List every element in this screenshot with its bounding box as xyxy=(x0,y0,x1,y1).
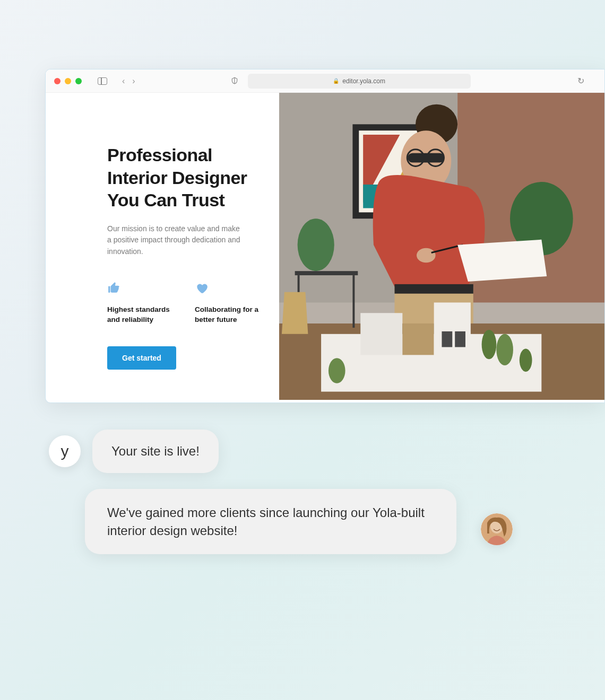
svg-point-31 xyxy=(496,334,513,365)
sidebar-toggle-icon[interactable] xyxy=(98,77,107,85)
browser-window: ‹ › 🔒 editor.yola.com ↻ Professional Int… xyxy=(45,69,605,403)
svg-marker-21 xyxy=(457,240,547,282)
svg-rect-24 xyxy=(360,313,402,355)
feature-item: Collaborating for a better future xyxy=(195,281,259,325)
lock-icon: 🔒 xyxy=(333,78,339,84)
address-bar[interactable]: 🔒 editor.yola.com xyxy=(248,74,471,89)
chat-bubble: Your site is live! xyxy=(92,430,219,473)
heart-icon xyxy=(195,281,209,295)
svg-rect-13 xyxy=(408,153,444,163)
page-content: Professional Interior Designer You Can T… xyxy=(46,93,604,402)
svg-rect-17 xyxy=(395,284,473,294)
chat-message-text: We've gained more clients since launchin… xyxy=(107,505,425,538)
minimize-icon[interactable] xyxy=(65,78,71,84)
svg-point-30 xyxy=(482,330,497,359)
feature-item: Highest standards and reliability xyxy=(107,281,171,325)
hero-subtitle: Our mission is to create value and make … xyxy=(107,223,245,258)
chat-row: y Your site is live! xyxy=(49,430,219,473)
hero-title: Professional Interior Designer You Can T… xyxy=(107,144,259,212)
traffic-lights xyxy=(54,78,82,84)
hero-image xyxy=(279,93,604,402)
maximize-icon[interactable] xyxy=(75,78,82,84)
privacy-shield-icon[interactable] xyxy=(231,77,238,85)
svg-rect-25 xyxy=(402,323,434,355)
designer-photo xyxy=(279,93,604,400)
svg-rect-33 xyxy=(295,271,358,275)
thumbs-up-icon xyxy=(107,281,121,295)
nav-arrows: ‹ › xyxy=(122,76,135,86)
back-icon[interactable]: ‹ xyxy=(122,76,125,86)
svg-rect-28 xyxy=(455,331,465,347)
chat-row: We've gained more clients since launchin… xyxy=(85,489,456,554)
close-icon[interactable] xyxy=(54,78,60,84)
svg-point-10 xyxy=(298,218,334,271)
svg-point-18 xyxy=(417,248,436,263)
chat-message-text: Your site is live! xyxy=(111,444,200,458)
user-avatar xyxy=(481,513,513,545)
forward-icon[interactable]: › xyxy=(132,76,135,86)
svg-point-32 xyxy=(520,348,532,372)
svg-point-29 xyxy=(329,358,345,383)
avatar-letter: y xyxy=(61,442,69,460)
user-photo-icon xyxy=(481,513,513,545)
refresh-icon[interactable]: ↻ xyxy=(577,76,584,86)
browser-toolbar: ‹ › 🔒 editor.yola.com ↻ xyxy=(46,69,604,93)
feature-text: Highest standards and reliability xyxy=(107,304,171,325)
hero-left: Professional Interior Designer You Can T… xyxy=(46,93,279,402)
feature-text: Collaborating for a better future xyxy=(195,304,259,325)
chat-bubble: We've gained more clients since launchin… xyxy=(85,489,456,554)
features-row: Highest standards and reliability Collab… xyxy=(107,281,259,325)
get-started-button[interactable]: Get started xyxy=(107,346,176,370)
svg-rect-35 xyxy=(352,275,355,328)
yola-logo-avatar: y xyxy=(49,435,81,467)
svg-rect-27 xyxy=(442,331,452,347)
url-text: editor.yola.com xyxy=(342,77,385,85)
